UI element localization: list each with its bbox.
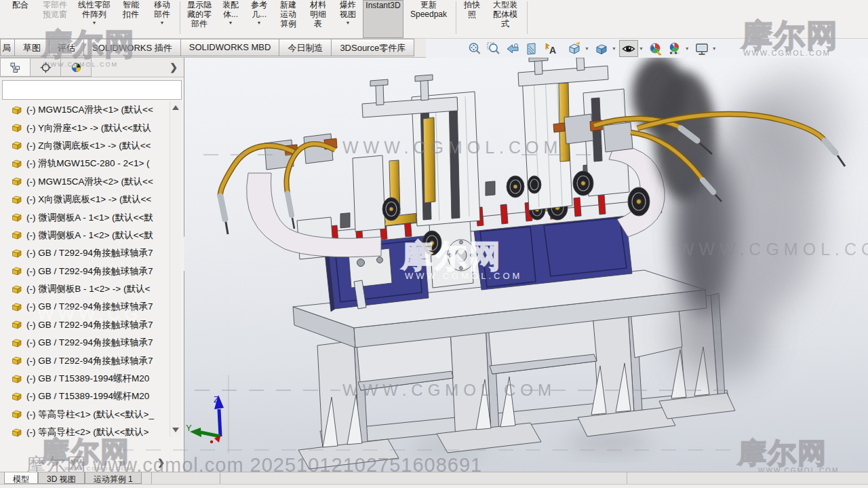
tree-scrollbar[interactable]: [170, 101, 181, 436]
zoom-to-fit-button[interactable]: [465, 40, 484, 57]
toolbar-button-assembly-features[interactable]: 装配体...▼: [216, 0, 245, 38]
tree-item[interactable]: (-) GB / T292-94角接触球轴承7: [0, 316, 170, 334]
tree-item[interactable]: (-) 微调侧板A - 1<1> (默认<<默: [0, 208, 170, 226]
command-tab-草图[interactable]: 草图: [15, 39, 50, 56]
chevron-down-icon[interactable]: ▼: [685, 46, 690, 51]
tree-item-label: (-) MGW15CA滑块<2> (默认<<: [26, 176, 153, 188]
hide-show-items-icon: [621, 41, 636, 56]
toolbar-button-show-hidden-components[interactable]: 显示隐藏的零部件: [182, 0, 216, 38]
triad-z-label: Z: [214, 394, 219, 405]
part-icon: [12, 195, 22, 205]
triad-y-label: Y: [186, 423, 192, 433]
tree-item[interactable]: (-) GB / T15389-1994螺杆M20: [0, 370, 170, 388]
part-icon: [12, 392, 22, 402]
tree-item[interactable]: (-) 等高导柱<1> (默认<<默认>_: [0, 406, 170, 424]
tree-item-label: (-) 微调侧板A - 1<1> (默认<<默: [26, 212, 153, 224]
tree-item-label: (-) X向微调底板<1> -> (默认<<: [26, 193, 151, 206]
tree-item[interactable]: (-) 滑轨MGW15C-280 - 2<1> (: [0, 155, 170, 172]
command-tab-今日制造[interactable]: 今日制造: [279, 39, 332, 56]
tree-item-label: (-) 微调侧板A - 1<2> (默认<<默: [26, 229, 153, 242]
headsup-toolbar: A▼▼▼▼▼: [465, 40, 719, 57]
tree-item[interactable]: (-) 等高导柱<2> (默认<<默认>: [0, 424, 170, 441]
chevron-down-icon[interactable]: ▼: [639, 46, 644, 51]
toolbar-button-move-component[interactable]: 移动部件▼: [146, 0, 178, 38]
model-canvas[interactable]: Z Y: [184, 58, 868, 472]
command-tab-3DSource零件库[interactable]: 3DSource零件库: [332, 39, 414, 56]
toolbar-button-instant3d[interactable]: Instant3D: [363, 0, 403, 38]
tree-item[interactable]: (-) GB / T292-94角接触球轴承7: [0, 244, 170, 262]
doc-tab-模型[interactable]: 模型: [4, 472, 38, 484]
chevron-down-icon[interactable]: ▼: [73, 20, 115, 26]
tree-item-label: (-) 微调侧板B - 1<2> -> (默认<: [26, 283, 150, 295]
part-icon: [12, 159, 22, 169]
chevron-down-icon[interactable]: ▼: [245, 20, 273, 26]
status-bar: [0, 484, 868, 488]
toolbar-button-exploded-view[interactable]: 爆炸视图▼: [333, 0, 363, 38]
part-icon: [12, 266, 22, 276]
zoom-to-area-button[interactable]: [484, 40, 503, 57]
doc-tab-3D 视图[interactable]: 3D 视图: [38, 472, 85, 484]
chevron-down-icon[interactable]: ▼: [712, 46, 717, 51]
command-tab-局[interactable]: 局: [0, 39, 15, 56]
tree-hscroll-right-icon[interactable]: ❯: [157, 457, 165, 468]
toolbar-button-take-snapshot[interactable]: 拍快照: [458, 0, 486, 38]
chevron-down-icon[interactable]: ▼: [333, 20, 363, 26]
tree-item[interactable]: (-) GB / T292-94角接触球轴承7: [0, 352, 170, 369]
tree-item[interactable]: (-) 微调侧板B - 1<2> -> (默认<: [0, 280, 170, 298]
tree-item[interactable]: (-) MGW15CA滑块<2> (默认<<: [0, 173, 170, 191]
tree-filter-box[interactable]: [2, 80, 182, 100]
part-icon: [12, 374, 22, 384]
part-icon: [12, 212, 22, 223]
tree-item[interactable]: (-) GB / T292-94角接触球轴承7: [0, 298, 170, 316]
scroll-up-icon[interactable]: [172, 105, 179, 110]
toolbar-button-smart-fasteners[interactable]: 智能扣件: [115, 0, 146, 38]
view-orientation-button[interactable]: [565, 40, 584, 57]
chevron-down-icon[interactable]: ▼: [146, 20, 178, 26]
hide-show-items-button[interactable]: [619, 40, 638, 57]
tree-item[interactable]: (-) MGW15CA滑块<1> (默认<<: [0, 101, 170, 119]
tree-item[interactable]: (-) Z向微调底板<1> -> (默认<<: [0, 137, 170, 155]
tree-item-label: (-) GB / T292-94角接触球轴承7: [26, 265, 153, 278]
edit-appearance-button[interactable]: [646, 40, 665, 57]
command-manager-tabs: 局草图评估SOLIDWORKS 插件SOLIDWORKS MBD今日制造3DSo…: [0, 39, 426, 58]
dynamic-annotation-views-button[interactable]: A: [541, 40, 560, 57]
display-style-button[interactable]: [592, 40, 611, 57]
toolbar-button-mate[interactable]: 配合: [4, 0, 37, 38]
doc-tab-运动算例 1[interactable]: 运动算例 1: [85, 472, 142, 484]
tree-item[interactable]: (-) X向微调底板<1> -> (默认<<: [0, 191, 170, 208]
chevron-down-icon[interactable]: ▼: [216, 20, 245, 26]
main-toolbar: 配合零部件预览窗线性零部件阵列▼智能扣件移动部件▼显示隐藏的零部件装配体...▼…: [0, 0, 868, 39]
part-icon: [12, 284, 22, 295]
view-settings-button[interactable]: [692, 40, 711, 57]
propertymanager-tab[interactable]: [31, 58, 61, 77]
featuremanager-tab[interactable]: [0, 58, 31, 77]
display-style-icon: [594, 41, 609, 56]
part-icon: [12, 248, 22, 259]
section-view-button[interactable]: [522, 40, 541, 57]
toolbar-button-large-assembly-mode[interactable]: 大型装配体模式: [486, 0, 525, 38]
apply-scene-button[interactable]: [665, 40, 684, 57]
document-tabs: 模型3D 视图运动算例 1: [0, 472, 868, 484]
panel-expand-icon[interactable]: ❯: [170, 62, 178, 73]
toolbar-button-bill-of-materials[interactable]: 材料明细表: [303, 0, 333, 38]
graphics-viewport[interactable]: Z Y WWW.CGMOL.COM 摩尔网 WWW.CGMOL.COM WWW.…: [184, 58, 868, 472]
toolbar-button-new-motion-study[interactable]: 新建运动算例: [273, 0, 303, 38]
toolbar-separator: [180, 1, 180, 34]
zoom-to-area-icon: [486, 41, 501, 56]
chevron-down-icon[interactable]: ▼: [585, 46, 589, 51]
tree-item[interactable]: (-) GB / T15389-1994螺杆M20: [0, 388, 170, 405]
tree-item[interactable]: (-) Y向滑座<1> -> (默认<<默认: [0, 119, 170, 136]
scroll-down-icon[interactable]: [172, 428, 179, 432]
command-tab-SOLIDWORKS MBD[interactable]: SOLIDWORKS MBD: [181, 39, 280, 56]
configurationmanager-tab[interactable]: [61, 58, 92, 77]
previous-view-button[interactable]: [503, 40, 522, 57]
tree-item[interactable]: (-) GB / T292-94角接触球轴承7: [0, 334, 170, 352]
toolbar-button-update-speedpak[interactable]: 更新Speedpak: [403, 0, 454, 38]
tree-item[interactable]: (-) GB / T292-94角接触球轴承7: [0, 263, 170, 280]
chevron-down-icon[interactable]: ▼: [612, 46, 616, 51]
toolbar-button-reference-geometry[interactable]: 参考几...▼: [245, 0, 273, 38]
command-tab-SOLIDWORKS 插件[interactable]: SOLIDWORKS 插件: [84, 39, 181, 56]
toolbar-button-linear-component-pattern[interactable]: 线性零部件阵列▼: [73, 0, 115, 38]
tree-item[interactable]: (-) 微调侧板A - 1<2> (默认<<默: [0, 227, 170, 244]
command-tab-评估[interactable]: 评估: [50, 39, 84, 56]
